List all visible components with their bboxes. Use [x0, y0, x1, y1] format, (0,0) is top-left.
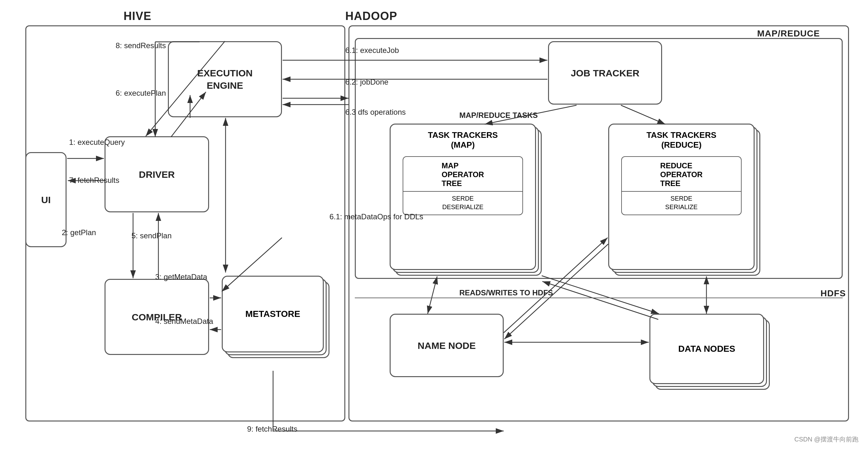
reads-writes-label: READS/WRITES TO HDFS: [459, 289, 553, 297]
hdfs-label: HDFS: [820, 289, 846, 299]
job-tracker-box: JOB TRACKER: [548, 41, 662, 104]
arrow-label-2: 2: getPlan: [62, 228, 96, 237]
map-operator-tree-label: MAPOPERATORTREE: [442, 157, 484, 190]
mapreduce-label: MAP/REDUCE: [757, 29, 820, 39]
arrow-label-5: 5: sendPlan: [131, 231, 172, 240]
arrow-label-7: 7: fetchResults: [69, 176, 119, 185]
arrow-label-63: 6.3 dfs operations: [345, 108, 406, 117]
arrow-label-6: 6: executePlan: [116, 89, 166, 98]
ui-box: UI: [25, 152, 66, 247]
reduce-operator-tree-label: REDUCEOPERATORTREE: [660, 157, 703, 190]
mapreduce-tasks-label: MAP/REDUCE TASKS: [459, 111, 538, 120]
map-serde-label: SERDE: [452, 193, 474, 203]
task-trackers-reduce-stack: TASK TRACKERS(REDUCE) REDUCEOPERATORTREE…: [608, 124, 760, 276]
task-trackers-reduce-label: TASK TRACKERS(REDUCE): [647, 130, 717, 150]
hadoop-label: HADOOP: [345, 9, 397, 23]
metastore-label: METASTORE: [245, 309, 300, 319]
arrow-label-62: 6.2: jobDone: [345, 78, 389, 87]
task-trackers-map-label: TASK TRACKERS(MAP): [428, 130, 498, 150]
reduce-serialize-label: SERIALIZE: [665, 203, 698, 214]
execution-engine-box: EXECUTIONENGINE: [168, 41, 282, 117]
arrow-label-4: 4: sendMetaData: [155, 317, 213, 326]
reduce-serde-label: SERDE: [671, 193, 692, 203]
watermark: CSDN @摆渡牛向前跑: [794, 435, 859, 444]
arrow-label-9: 9: fetchResults: [247, 425, 298, 433]
driver-box: DRIVER: [104, 136, 209, 212]
task-trackers-map-stack: TASK TRACKERS(MAP) MAPOPERATORTREE SERDE…: [390, 124, 542, 276]
metastore-stack: METASTORE: [222, 276, 330, 358]
arrow-label-61meta: 6.1: metaDataOps for DDLs: [330, 212, 423, 221]
hive-label: HIVE: [124, 9, 151, 23]
map-deserialize-label: DESERIALIZE: [442, 203, 484, 214]
arrow-label-3: 3: getMetaData: [155, 273, 207, 281]
name-node-box: NAME NODE: [390, 314, 504, 377]
diagram-container: HIVE HADOOP MAP/REDUCE HDFS UI DRIVER CO…: [0, 0, 868, 450]
arrow-label-8: 8: sendResults: [116, 41, 166, 50]
data-nodes-label: DATA NODES: [678, 344, 735, 354]
data-nodes-stack: DATA NODES: [649, 314, 770, 390]
arrow-label-1: 1: executeQuery: [69, 138, 125, 147]
arrow-label-61job: 6.1: executeJob: [345, 46, 399, 55]
